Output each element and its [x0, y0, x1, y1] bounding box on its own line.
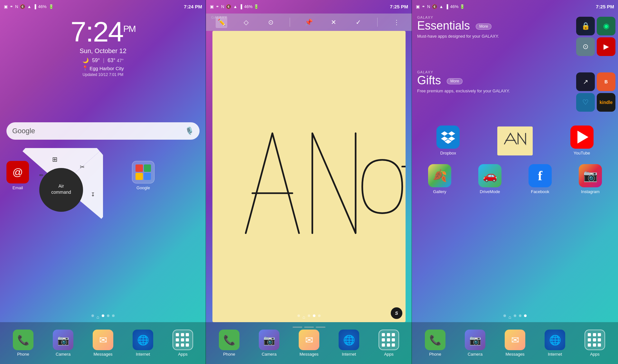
dock-item-camera[interactable]: 📷 Camera	[53, 330, 73, 357]
panel-home: ▣ ⚭ N 🔇 ▲ ▐ 46% 🔋 7:24 PM 7:24PM Sun, Oc…	[0, 0, 206, 364]
samsung-app-icon-2[interactable]: ⊙	[576, 37, 595, 56]
bloomberg-icon[interactable]: B	[597, 72, 615, 91]
drivemode-icon: 🚗	[478, 164, 501, 187]
air-command-wheel-svg: Air command ⊞ ✂ ✏ ↧	[19, 148, 103, 222]
eraser-tool[interactable]: ◇	[240, 16, 252, 28]
gifts-more-btn[interactable]: More	[447, 78, 463, 84]
audible-icon[interactable]: ↗	[576, 72, 595, 91]
indicator-dot-right-3	[519, 314, 521, 317]
camera-label-mid: Camera	[262, 352, 276, 357]
internet-icon-mid: 🌐	[339, 330, 359, 350]
pin-tool[interactable]: 📌	[303, 16, 315, 28]
status-bar-right: ▣ ⚭ N 🔇 ▲ ▐ 46% 🔋 7:25 PM	[412, 0, 618, 13]
youtube-play-triangle	[577, 131, 588, 144]
email-app[interactable]: @ Email	[6, 161, 29, 190]
clock-date: Sun, October 12	[0, 47, 206, 55]
internet-icon-right: 🌐	[545, 330, 565, 350]
dropbox-app[interactable]: Dropbox	[435, 126, 461, 155]
apps-label-left: Apps	[178, 352, 188, 357]
dock-item-messages[interactable]: ✉ Messages	[93, 330, 113, 357]
dock-phone-right[interactable]: 📞 Phone	[425, 330, 445, 357]
dock-messages-right[interactable]: ✉ Messages	[505, 330, 525, 357]
gifts-section: GALAXY Gifts More Free premium apps, exc…	[417, 70, 573, 94]
status-time-left: 7:24 PM	[184, 4, 202, 9]
phone-icon-mid: 📞	[219, 330, 239, 350]
nfc-icon-right: N	[427, 4, 430, 9]
dock-apps-mid[interactable]: Apps	[379, 330, 399, 357]
instagram-app[interactable]: 📷 Instagram	[577, 164, 603, 194]
dock-camera-right[interactable]: 📷 Camera	[465, 330, 485, 357]
facebook-app[interactable]: f Facebook	[527, 164, 553, 194]
microphone-icon[interactable]: 🎙️	[185, 127, 194, 135]
drivemode-app[interactable]: 🚗 DriveMode	[477, 164, 503, 194]
panel-note: ▣ ⚭ N 🔇 ▲ ▐ 46% 🔋 7:25 PM GALAXY ✏️ ◇ ⊙ …	[206, 0, 412, 364]
internet-label: Internet	[136, 352, 150, 357]
selection-tool[interactable]: ⊙	[265, 16, 277, 28]
gift-app-icon-3[interactable]: ♡	[576, 93, 595, 112]
dock-phone-mid[interactable]: 📞 Phone	[219, 330, 239, 357]
dock-internet-right[interactable]: 🌐 Internet	[545, 330, 565, 357]
bluetooth-icon-right: ⚭	[422, 4, 425, 9]
samsung-app-icon-1[interactable]: ◉	[597, 17, 615, 35]
messages-icon: ✉	[93, 330, 113, 350]
status-time-mid: 7:25 PM	[390, 4, 408, 9]
messages-label-mid: Messages	[299, 352, 318, 357]
security-app-icon[interactable]: 🔒	[576, 17, 595, 35]
indicator-home-right: ⌂	[509, 314, 511, 320]
gallery-app[interactable]: 🍂 Gallery	[427, 164, 453, 194]
dock-item-phone[interactable]: 📞 Phone	[13, 330, 33, 357]
dock-right: 📞 Phone 📷 Camera ✉ Messages 🌐 Internet A…	[412, 322, 618, 364]
svg-text:command: command	[51, 190, 71, 195]
mute-icon-right: 🔇	[432, 4, 437, 9]
facebook-label: Facebook	[531, 189, 549, 194]
dock-item-apps[interactable]: Apps	[173, 330, 193, 357]
close-tool[interactable]: ✕	[328, 16, 340, 28]
status-clock-right: 7:25 PM	[596, 4, 614, 9]
messages-icon-mid: ✉	[299, 330, 319, 350]
essentials-desc: Must-have apps designed for your GALAXY.	[417, 33, 573, 39]
dock-mid: 📞 Phone 📷 Camera ✉ Messages 🌐 Internet A…	[206, 322, 412, 364]
status-icons-mid: ▣ ⚭ N 🔇 ▲ ▐ 46% 🔋	[210, 4, 259, 9]
air-command-widget[interactable]: Air command ⊞ ✂ ✏ ↧	[19, 148, 103, 223]
facebook-icon: f	[529, 164, 552, 187]
mute-icon-mid: 🔇	[226, 4, 231, 9]
apps-icon-mid	[379, 330, 399, 350]
phone-label: Phone	[17, 352, 29, 357]
clock-weather: 🌙 59° | 63° 47°	[0, 57, 206, 63]
indicator-dot-3	[112, 314, 115, 317]
wifi-icon-right: ▲	[439, 4, 443, 9]
instagram-icon: 📷	[579, 164, 602, 187]
kindle-icon[interactable]: kindle	[597, 93, 615, 112]
google-folder[interactable]: Google	[132, 161, 154, 190]
camera-icon-mid: 📷	[259, 330, 279, 350]
pen-tool[interactable]: ✏️	[216, 16, 227, 28]
note-area[interactable]: S	[212, 31, 406, 322]
samsung-app-icon-3[interactable]: ▶	[597, 37, 615, 56]
dock-item-internet[interactable]: 🌐 Internet	[133, 330, 153, 357]
internet-icon: 🌐	[133, 330, 153, 350]
dock-apps-right[interactable]: Apps	[585, 330, 605, 357]
note-widget[interactable]	[497, 126, 533, 155]
battery-right: 46% 🔋	[450, 4, 465, 9]
essentials-more-btn[interactable]: More	[476, 23, 492, 30]
dock-messages-mid[interactable]: ✉ Messages	[299, 330, 319, 357]
battery-percent: 46%	[38, 4, 46, 9]
youtube-app[interactable]: YouTube	[569, 126, 595, 155]
dock-camera-mid[interactable]: 📷 Camera	[259, 330, 279, 357]
dropbox-label: Dropbox	[440, 151, 456, 155]
status-clock-mid: 7:25 PM	[390, 4, 408, 9]
indicator-dot-2	[107, 314, 109, 317]
check-tool[interactable]: ✓	[352, 16, 364, 28]
phone-label-right: Phone	[429, 352, 441, 357]
clock-updated: Updated 10/12 7:01 PM	[0, 72, 206, 77]
indicator-dot-1	[91, 314, 94, 317]
more-tool[interactable]: ⋮	[391, 16, 402, 28]
search-bar[interactable]: Google 🎙️	[6, 122, 200, 140]
note-toolbar[interactable]: ✏️ ◇ ⊙ 📌 ✕ ✓ ⋮	[206, 14, 412, 31]
drivemode-label: DriveMode	[480, 189, 500, 194]
dock-internet-mid[interactable]: 🌐 Internet	[339, 330, 359, 357]
gifts-title-text: Gifts	[417, 74, 441, 87]
instagram-label: Instagram	[581, 189, 600, 194]
phone-icon-right: 📞	[425, 330, 445, 350]
dropbox-logo-svg	[441, 131, 455, 144]
